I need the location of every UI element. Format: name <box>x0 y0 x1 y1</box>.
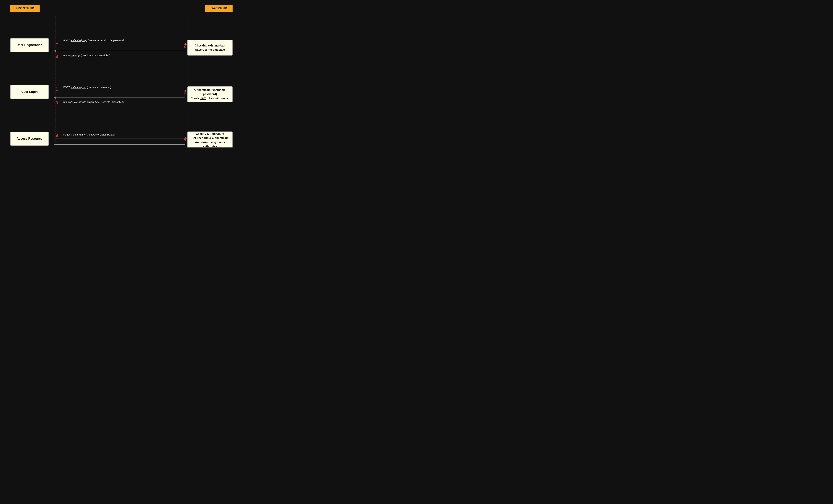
login-step2-num: 2 <box>184 90 186 95</box>
resource-arrow5-head <box>54 143 56 146</box>
right-timeline <box>187 16 187 142</box>
backend-resource-box: Check JWT signatureGet user info & authe… <box>187 131 233 147</box>
backend-login-text: Authenticate {username, password}Create … <box>190 88 230 100</box>
login-arrow1-line <box>56 91 185 91</box>
actor-user-login: User Login <box>10 85 49 99</box>
resource-arrow4-line <box>56 138 185 139</box>
backend-resource-text: Check JWT signatureGet user info & authe… <box>190 132 230 147</box>
login-step3-num: 3 <box>55 100 58 106</box>
actor-user-registration: User Registration <box>10 38 49 52</box>
reg-step1-text: POST api/auth/signup {username, email, r… <box>63 39 124 42</box>
reg-step3-text: return Message ("Registered Successfully… <box>63 54 110 57</box>
reg-step3-num: 3 <box>55 54 58 59</box>
resource-arrow5-line <box>56 144 185 145</box>
login-step1-text: POST api/auth/signin {username, password… <box>63 86 111 89</box>
resource-step6-num: 6 <box>55 147 58 147</box>
resource-step4-num: 4 <box>55 133 58 139</box>
reg-arrow2-line <box>56 51 185 51</box>
backend-registration-box: Checking existing dataSave User to datab… <box>187 40 233 55</box>
actor-access-resource: Access Resource <box>10 132 49 146</box>
login-step3-text: return JWTResponse {taken, type, user in… <box>63 101 124 103</box>
login-arrow2-line <box>56 97 185 98</box>
login-arrow2-head <box>54 96 56 99</box>
resource-step5-num: 5 <box>184 137 186 142</box>
sequence-diagram: FRONTEND BACKEND User Registration User … <box>0 0 243 147</box>
resource-step4-text: Request data with JWT on Authorization H… <box>63 133 115 136</box>
reg-step2-num: 2 <box>184 43 186 49</box>
backend-reg-text: Checking existing dataSave User to datab… <box>195 44 225 52</box>
reg-arrow1-line <box>56 44 185 44</box>
left-timeline <box>55 16 56 142</box>
reg-arrow2-head <box>54 50 56 52</box>
backend-login-box: Authenticate {username, password}Create … <box>187 87 233 102</box>
backend-header: BACKEND <box>205 5 233 12</box>
frontend-header: FRONTEND <box>10 5 40 12</box>
